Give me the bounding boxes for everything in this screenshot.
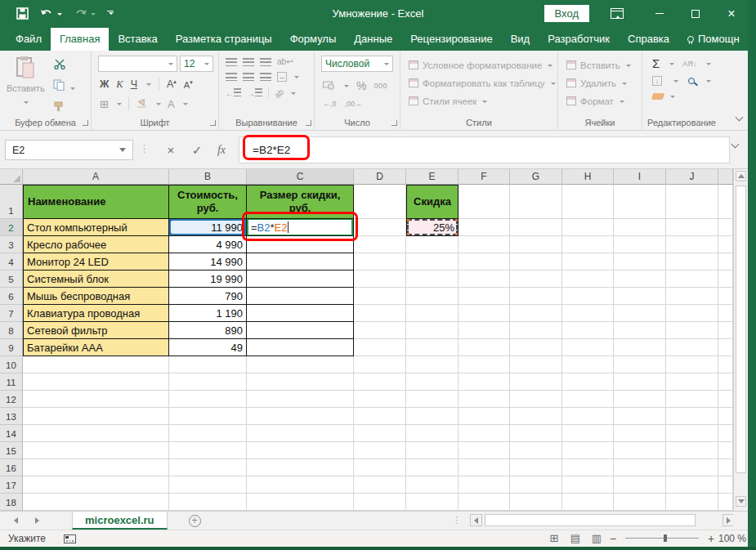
cell-D4[interactable] (354, 253, 406, 271)
column-header-H[interactable]: H (562, 169, 614, 185)
cell-G11[interactable] (510, 373, 562, 391)
cell-D15[interactable] (354, 442, 406, 459)
cell-C18[interactable] (247, 494, 354, 511)
name-box-dropdown-icon[interactable] (119, 148, 126, 155)
cell-B15[interactable] (169, 442, 247, 459)
cell-D7[interactable] (354, 305, 406, 322)
ribbon-tab-Разметка страницы[interactable]: Разметка страницы (167, 28, 281, 51)
ribbon-tab-Помощн[interactable]: Помощн (678, 28, 749, 51)
normal-view-icon[interactable]: ⊞ (544, 532, 565, 544)
cell-E1[interactable]: Скидка (406, 185, 459, 219)
column-header-B[interactable]: B (169, 169, 247, 185)
cell-H3[interactable] (562, 236, 614, 253)
cell-A17[interactable] (23, 476, 169, 494)
cell-F9[interactable] (459, 339, 510, 356)
cell-A15[interactable] (23, 442, 169, 459)
cell-F1[interactable] (459, 185, 510, 219)
ribbon-tab-Разработчик[interactable]: Разработчик (539, 28, 619, 51)
cell-F3[interactable] (459, 236, 510, 253)
vertical-scrollbar-thumb[interactable] (736, 186, 746, 473)
cell-J10[interactable] (666, 356, 718, 373)
cell-F10[interactable] (459, 356, 510, 373)
cell-H16[interactable] (562, 459, 614, 476)
cell-A14[interactable] (23, 425, 169, 442)
cell-I12[interactable] (614, 391, 666, 408)
cell-D16[interactable] (354, 459, 406, 476)
cell-I5[interactable] (614, 271, 666, 288)
cell-G14[interactable] (510, 425, 562, 442)
cut-icon[interactable] (53, 58, 75, 73)
cell-J1[interactable] (666, 185, 718, 219)
cell-J11[interactable] (666, 373, 718, 391)
cell-B16[interactable] (169, 459, 247, 476)
row-header-3[interactable]: 3 (0, 236, 23, 253)
cell-A7[interactable]: Клавиатура проводная (23, 305, 169, 322)
clear-icon[interactable] (651, 93, 665, 100)
row-header-10[interactable]: 10 (0, 356, 23, 373)
cell-J14[interactable] (666, 425, 718, 442)
cell-C3[interactable] (247, 236, 354, 253)
increase-indent-icon[interactable]: → (247, 88, 262, 98)
cell-H12[interactable] (562, 391, 614, 408)
cell-I17[interactable] (614, 476, 666, 494)
cell-F11[interactable] (459, 373, 510, 391)
cell-D6[interactable] (354, 288, 406, 305)
row-header-17[interactable]: 17 (0, 476, 23, 494)
row-header-9[interactable]: 9 (0, 339, 23, 356)
format-as-table-button[interactable]: Форматировать как таблицу (409, 75, 557, 91)
sort-filter-icon[interactable]: АЯ↓ (682, 60, 696, 68)
zoom-slider-thumb[interactable] (664, 534, 667, 542)
cell-D10[interactable] (354, 356, 406, 373)
align-middle-icon[interactable] (243, 58, 254, 66)
cell-E9[interactable] (406, 339, 459, 356)
scroll-left-icon[interactable] (470, 514, 482, 526)
font-dialog-launcher[interactable] (210, 120, 216, 126)
cell-H5[interactable] (562, 271, 614, 288)
cell-B9[interactable]: 49 (169, 339, 247, 356)
cell-E2[interactable]: 25% (406, 219, 459, 236)
cell-F12[interactable] (459, 391, 510, 408)
cell-C6[interactable] (247, 288, 354, 305)
cell-C15[interactable] (247, 442, 354, 459)
cell-E14[interactable] (406, 425, 459, 442)
cell-H6[interactable] (562, 288, 614, 305)
cell-H2[interactable] (562, 219, 614, 236)
cell-E7[interactable] (406, 305, 459, 322)
cell-G3[interactable] (510, 236, 562, 253)
alignment-dialog-launcher[interactable] (306, 120, 311, 126)
scroll-up-icon[interactable] (736, 171, 746, 181)
cell-C10[interactable] (247, 356, 354, 373)
cell-H11[interactable] (562, 373, 614, 391)
cell-H1[interactable] (562, 185, 614, 219)
redo-icon[interactable] (74, 8, 96, 19)
font-name-combo[interactable] (98, 56, 177, 72)
cell-J3[interactable] (666, 236, 718, 253)
cell-J12[interactable] (666, 391, 718, 408)
percent-style-button[interactable]: % (356, 79, 366, 92)
decrease-indent-icon[interactable]: ← (226, 88, 241, 98)
number-format-combo[interactable]: Числовой (321, 56, 393, 72)
tabbar-resize-handle[interactable]: ⋮ (452, 515, 461, 525)
expand-formula-bar-icon[interactable] (731, 141, 740, 149)
cell-A2[interactable]: Стол компьютерный (23, 219, 169, 236)
cell-G6[interactable] (510, 288, 562, 305)
insert-function-button[interactable]: fx (211, 140, 232, 160)
cell-B12[interactable] (169, 391, 247, 408)
cell-B14[interactable] (169, 425, 247, 442)
zoom-in-icon[interactable]: + (705, 532, 717, 545)
close-button[interactable]: × (714, 0, 749, 27)
cell-F8[interactable] (459, 322, 510, 339)
orientation-icon[interactable]: ab (273, 87, 286, 100)
ribbon-tab-Данные[interactable]: Данные (345, 28, 401, 51)
cell-A8[interactable]: Сетевой фильтр (23, 322, 169, 339)
cell-H4[interactable] (562, 253, 614, 271)
cell-B6[interactable]: 790 (169, 288, 247, 305)
cell-G5[interactable] (510, 271, 562, 288)
customize-quick-access-icon[interactable] (107, 11, 114, 17)
cell-I8[interactable] (614, 322, 666, 339)
new-sheet-icon[interactable]: + (189, 515, 201, 527)
delete-cells-button[interactable]: Удалить (566, 75, 642, 91)
number-dialog-launcher[interactable] (391, 120, 397, 126)
cell-G1[interactable] (510, 185, 562, 219)
cell-I2[interactable] (614, 219, 666, 236)
